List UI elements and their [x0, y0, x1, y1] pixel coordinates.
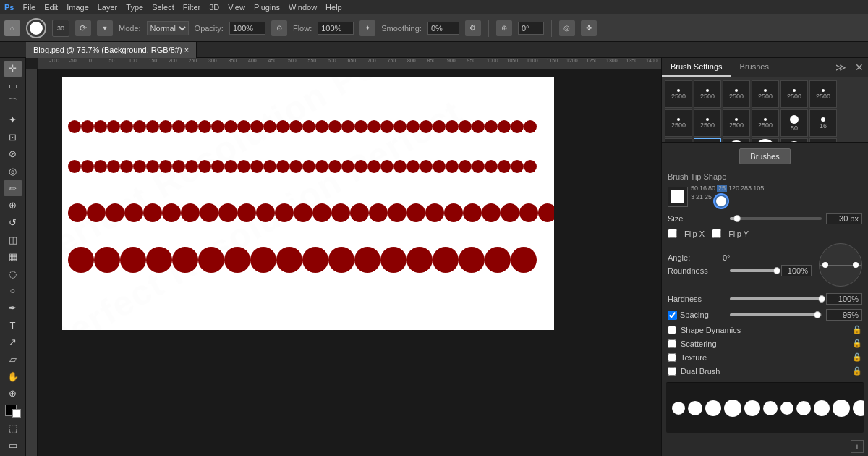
path-select-tool[interactable]: ↗ — [4, 334, 22, 350]
lock-icon[interactable]: 🔒 — [852, 352, 862, 362]
hand-tool[interactable]: ✋ — [4, 368, 22, 384]
eraser-tool[interactable]: ◫ — [4, 232, 22, 248]
magic-wand-tool[interactable]: ✦ — [4, 112, 22, 128]
menu-select[interactable]: Select — [152, 3, 174, 12]
spacing-slider-thumb[interactable] — [814, 311, 821, 318]
flow-input[interactable] — [318, 22, 354, 35]
setting-checkbox[interactable] — [668, 353, 676, 362]
airbrush-icon[interactable]: ✦ — [359, 20, 375, 36]
lock-icon[interactable]: 🔒 — [852, 366, 862, 376]
lock-icon[interactable]: 🔒 — [852, 339, 862, 348]
lock-icon[interactable]: 🔒 — [852, 325, 862, 334]
panel-close-btn[interactable]: ✕ — [851, 59, 868, 76]
menu-3d[interactable]: 3D — [209, 3, 219, 12]
eyedropper-tool[interactable]: ⊘ — [4, 146, 22, 162]
menu-edit[interactable]: Edit — [44, 3, 58, 12]
brush-preset-item[interactable]: 2500 — [723, 109, 750, 137]
brush-preset-item[interactable]: 2500 — [694, 109, 721, 137]
hardness-slider[interactable] — [730, 297, 822, 300]
blur-tool[interactable]: ◌ — [4, 266, 22, 282]
hardness-slider-thumb[interactable] — [818, 295, 825, 303]
extra-tool1[interactable]: ◎ — [559, 20, 575, 36]
opacity-input[interactable] — [229, 22, 265, 35]
ps-logo[interactable]: Ps — [4, 3, 14, 12]
brush-preset-item[interactable]: 2500 — [694, 80, 721, 108]
mode-select[interactable]: Normal — [147, 21, 189, 35]
panel-expand-btn[interactable]: ≫ — [831, 59, 851, 76]
brush-preset-item[interactable]: 16 — [809, 109, 837, 137]
canvas[interactable]: Perfect Resolution Perfect Perfect Resol… — [62, 77, 554, 330]
setting-checkbox[interactable] — [668, 367, 676, 376]
spacing-slider[interactable] — [730, 313, 822, 316]
angle-handle-right[interactable] — [853, 262, 859, 268]
move-tool[interactable]: ✛ — [4, 61, 22, 77]
brush-preset-item[interactable]: 50 — [780, 109, 808, 137]
symmetry-icon[interactable]: ⊕ — [496, 20, 512, 36]
brush-preset-picker-icon[interactable]: ▼ — [97, 20, 113, 36]
menu-plugins[interactable]: Plugins — [254, 3, 280, 12]
size-slider-thumb[interactable] — [733, 215, 741, 222]
roundness-slider-thumb[interactable] — [773, 267, 780, 274]
quick-mask-tool[interactable]: ⬚ — [4, 421, 22, 436]
roundness-slider[interactable] — [730, 269, 777, 272]
menu-type[interactable]: Type — [126, 3, 143, 12]
spot-heal-tool[interactable]: ◎ — [4, 164, 22, 180]
gradient-tool[interactable]: ▦ — [4, 249, 22, 265]
selected-brush-tip[interactable] — [713, 193, 729, 209]
brush-shape-icon[interactable] — [26, 18, 46, 38]
history-brush-tool[interactable]: ↺ — [4, 215, 22, 231]
hardness-value[interactable]: 100% — [826, 293, 862, 305]
spacing-value[interactable]: 95% — [826, 309, 862, 321]
smoothing-input[interactable] — [427, 22, 459, 35]
menu-image[interactable]: Image — [67, 3, 89, 12]
brush-preset-item[interactable]: 2500 — [723, 80, 750, 108]
opacity-toggle-icon[interactable]: ⊙ — [271, 20, 287, 36]
screen-mode-btn[interactable]: ▭ — [4, 437, 22, 453]
angle-input[interactable] — [518, 22, 544, 35]
menu-layer[interactable]: Layer — [98, 3, 118, 12]
doc-tab[interactable]: Blog.psd @ 75.7% (Background, RGB/8#) × — [26, 42, 197, 58]
brush-preset-item[interactable]: 2500 — [780, 80, 808, 108]
brushes-btn[interactable]: Brushes — [739, 148, 790, 164]
foreground-background-colors[interactable] — [5, 405, 21, 418]
setting-checkbox[interactable] — [668, 339, 676, 348]
zoom-tool[interactable]: ⊕ — [4, 386, 22, 402]
brush-preset-item[interactable]: 2500 — [665, 80, 692, 108]
setting-checkbox[interactable] — [668, 326, 676, 334]
home-icon[interactable]: ⌂ — [4, 20, 20, 36]
menu-view[interactable]: View — [228, 3, 245, 12]
tab-brushes[interactable]: Brushes — [731, 58, 778, 77]
menu-filter[interactable]: Filter — [183, 3, 200, 12]
dodge-tool[interactable]: ○ — [4, 283, 22, 299]
pen-tool[interactable]: ✒ — [4, 300, 22, 316]
menu-window[interactable]: Window — [289, 3, 317, 12]
brush-preset-item[interactable]: 2500 — [665, 109, 692, 137]
menu-file[interactable]: File — [22, 3, 35, 12]
spacing-checkbox[interactable] — [668, 311, 677, 320]
size-value[interactable]: 30 px — [826, 213, 862, 224]
brush-preset-item[interactable]: 2500 — [752, 109, 779, 137]
clone-tool[interactable]: ⊕ — [4, 198, 22, 214]
flip-y-checkbox[interactable] — [712, 229, 721, 238]
brush-tool[interactable]: ✏ — [4, 180, 22, 196]
lasso-tool[interactable]: ⌒ — [4, 95, 22, 111]
shape-tool[interactable]: ▱ — [4, 352, 22, 368]
brush-angle-icon[interactable]: ⟳ — [75, 20, 91, 36]
angle-handle-left[interactable] — [822, 262, 828, 268]
menu-help[interactable]: Help — [326, 3, 342, 12]
angle-circle[interactable] — [819, 243, 862, 287]
extra-tool2[interactable]: ✤ — [581, 20, 597, 36]
select-rect-tool[interactable]: ▭ — [4, 78, 22, 94]
brush-preset-item[interactable]: 2500 — [752, 80, 779, 108]
tab-brush-settings[interactable]: Brush Settings — [662, 58, 731, 77]
create-new-brush-btn[interactable]: + — [851, 440, 864, 453]
smoothing-settings-icon[interactable]: ⚙ — [465, 20, 481, 36]
flip-x-checkbox[interactable] — [668, 229, 677, 238]
brush-tip-sample-selected[interactable] — [668, 187, 688, 207]
crop-tool[interactable]: ⊡ — [4, 130, 22, 145]
canvas-scroll[interactable]: Perfect Resolution Perfect Perfect Resol… — [26, 69, 661, 456]
text-tool[interactable]: T — [4, 317, 22, 333]
size-slider[interactable] — [730, 217, 822, 220]
roundness-value[interactable]: 100% — [781, 265, 812, 276]
brush-preset-item[interactable]: 2500 — [809, 80, 837, 108]
